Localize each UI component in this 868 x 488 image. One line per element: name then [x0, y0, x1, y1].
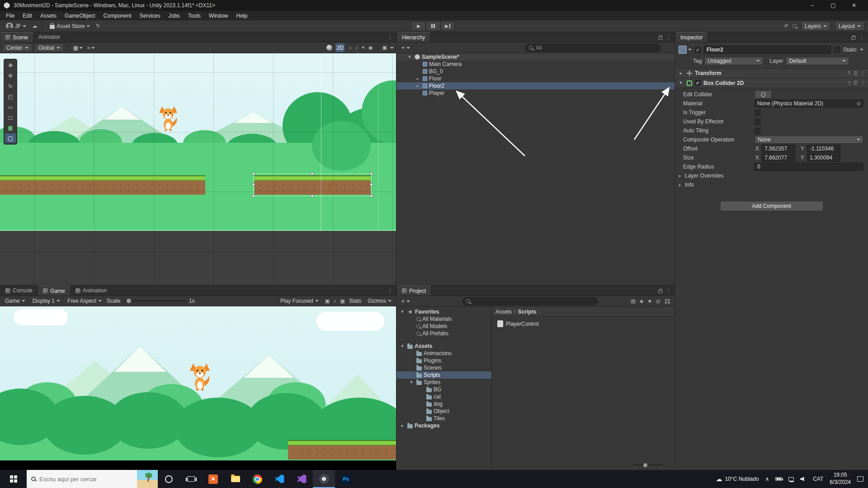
transform-component-header[interactable]: ▸ Transform ? ☰ ⋮ — [675, 68, 868, 78]
cloud-icon[interactable]: ☁ — [32, 23, 37, 28]
transform-tool[interactable]: ◻ — [5, 113, 16, 122]
collapse-icon[interactable]: ▼ — [399, 344, 406, 348]
box-collider-component-header[interactable]: ▼ ✓ Box Collider 2D ? ☰ ⋮ — [675, 78, 868, 88]
object-name-field[interactable]: Floor2 — [704, 46, 831, 54]
edit-collider-button[interactable] — [755, 90, 772, 99]
action-center-icon[interactable] — [857, 476, 863, 482]
asset-item-playercontrol[interactable]: PlayerControl — [492, 317, 675, 331]
collapse-icon[interactable]: ▼ — [678, 81, 684, 85]
collapse-icon[interactable]: ▼ — [406, 55, 413, 59]
tab-scene[interactable]: Scene — [0, 32, 33, 42]
object-picker-icon[interactable]: ⊙ — [857, 101, 861, 106]
language-indicator[interactable]: CAT — [813, 476, 823, 482]
layout-dropdown[interactable]: Layout — [835, 21, 864, 31]
lock-icon[interactable] — [851, 37, 855, 40]
pivot-dropdown[interactable]: Center — [3, 43, 32, 52]
taskbar-app-chrome[interactable] — [246, 470, 269, 488]
tab-hierarchy[interactable]: Hierarchy — [397, 32, 430, 42]
volume-icon[interactable] — [800, 476, 807, 482]
asset-store-button[interactable]: Asset Store — [47, 21, 92, 31]
menu-services[interactable]: Services — [135, 11, 164, 20]
search-by-type-icon[interactable]: ▤ — [631, 299, 635, 304]
tab-console[interactable]: Console — [0, 286, 38, 296]
tab-inspector[interactable]: Inspector — [675, 32, 708, 42]
offset-y-field[interactable]: -1.110346 — [807, 145, 840, 153]
menu-tools[interactable]: Tools — [184, 11, 205, 20]
menu-gameobject[interactable]: GameObject — [61, 11, 99, 20]
collider-handle[interactable] — [370, 183, 373, 186]
breadcrumb-current[interactable]: Scripts — [518, 309, 537, 315]
screenshot-icon[interactable]: ▣ — [325, 299, 330, 304]
folder-sprites[interactable]: ▼ Sprites — [396, 379, 491, 386]
collider-handle[interactable] — [311, 194, 314, 197]
menu-component[interactable]: Component — [99, 11, 135, 20]
size-y-field[interactable]: 1.300094 — [807, 154, 840, 162]
taskbar-search-input[interactable] — [39, 476, 121, 483]
save-search-icon[interactable]: ★ — [647, 299, 652, 304]
edit-collider-tool[interactable]: ▢ — [5, 133, 16, 143]
collider-handle[interactable] — [252, 183, 255, 186]
pause-button[interactable] — [426, 21, 440, 31]
assets-root[interactable]: ▼ Assets — [396, 343, 491, 350]
folder-scripts[interactable]: Scripts — [396, 371, 491, 379]
2d-toggle[interactable]: 2D — [335, 43, 344, 52]
active-checkbox[interactable]: ✓ — [695, 47, 701, 53]
more-icon[interactable]: ⋮ — [666, 287, 671, 294]
favorite-all-models[interactable]: All Models — [396, 323, 491, 330]
offset-x-field[interactable]: 7.562357 — [762, 145, 795, 153]
audio-icon[interactable]: ♪ — [355, 45, 358, 50]
more-icon[interactable]: ⋮ — [666, 34, 671, 40]
account-dropdown[interactable]: JF — [4, 21, 28, 31]
taskbar-app-photoshop[interactable]: Ps — [335, 470, 357, 488]
play-focused-dropdown[interactable]: Play Focused — [278, 296, 321, 306]
menu-help[interactable]: Help — [232, 11, 252, 20]
info-foldout[interactable]: ▸ Info — [683, 180, 863, 189]
weather-widget[interactable]: ☁ 10°C Nublado — [716, 475, 759, 483]
game-viewport[interactable] — [0, 306, 396, 470]
visibility-eye-icon[interactable]: ◉ — [368, 45, 373, 50]
search-highlight-image[interactable] — [137, 470, 158, 488]
step-button[interactable]: ▶ — [440, 21, 455, 31]
layers-dropdown[interactable]: Layers — [801, 21, 830, 31]
collider-handle[interactable] — [370, 194, 373, 197]
maximize-button[interactable]: ▢ — [823, 0, 844, 11]
taskbar-app-explorer[interactable] — [224, 470, 246, 488]
taskbar-search[interactable] — [27, 470, 158, 488]
hidden-packages-icon[interactable]: ◎ — [656, 299, 660, 304]
hierarchy-item-bg0[interactable]: BG_0 — [396, 68, 675, 75]
collider-handle[interactable] — [311, 172, 314, 175]
help-icon[interactable]: ? — [848, 80, 850, 86]
size-x-field[interactable]: 7.662077 — [762, 154, 795, 162]
collapse-icon[interactable]: ▼ — [399, 310, 406, 314]
hierarchy-item-main-camera[interactable]: Main Camera — [396, 61, 675, 68]
help-icon[interactable]: ? — [848, 70, 850, 76]
tab-game[interactable]: Game — [38, 286, 71, 296]
lighting-icon[interactable]: ☼ — [348, 45, 352, 50]
more-icon[interactable]: ⋮ — [860, 70, 865, 76]
more-icon[interactable]: ⋮ — [859, 34, 864, 40]
grid-visibility-icon[interactable]: ▦ — [72, 43, 84, 52]
tray-expand-icon[interactable]: ∧ — [765, 476, 769, 482]
play-button[interactable]: ▶ — [411, 21, 426, 31]
favorite-all-materials[interactable]: All Materials — [396, 315, 491, 323]
search-by-label-icon[interactable]: ◈ — [640, 299, 643, 304]
create-asset-button[interactable]: + — [399, 296, 412, 306]
stats-button[interactable]: Stats — [349, 298, 361, 304]
edge-radius-field[interactable]: 0 — [755, 163, 863, 171]
view-tool[interactable]: ✥ — [5, 61, 16, 70]
folder-cat[interactable]: cat — [396, 393, 491, 400]
menu-window[interactable]: Window — [205, 11, 232, 20]
search-icon[interactable] — [793, 24, 797, 28]
breadcrumb-root[interactable]: Assets — [495, 309, 512, 315]
aspect-dropdown[interactable]: Free Aspect — [65, 296, 104, 306]
effects-icon[interactable]: ✶ — [361, 45, 365, 50]
tab-animation[interactable]: Animation — [71, 286, 112, 296]
auto-tiling-checkbox[interactable] — [755, 128, 760, 134]
taskbar-app-visual-studio[interactable] — [291, 470, 313, 488]
scene-viewport[interactable]: ✥ ✜ ↻ ◰ ▭ ◻ ▩ ▢ — [0, 53, 396, 286]
packages-root[interactable]: ▸ Packages — [396, 422, 491, 429]
thumbnail-zoom-slider[interactable] — [633, 465, 662, 465]
menu-file[interactable]: File — [2, 11, 19, 20]
game-view-dropdown[interactable]: Game — [3, 296, 28, 306]
more-icon[interactable]: ⋮ — [860, 80, 865, 86]
